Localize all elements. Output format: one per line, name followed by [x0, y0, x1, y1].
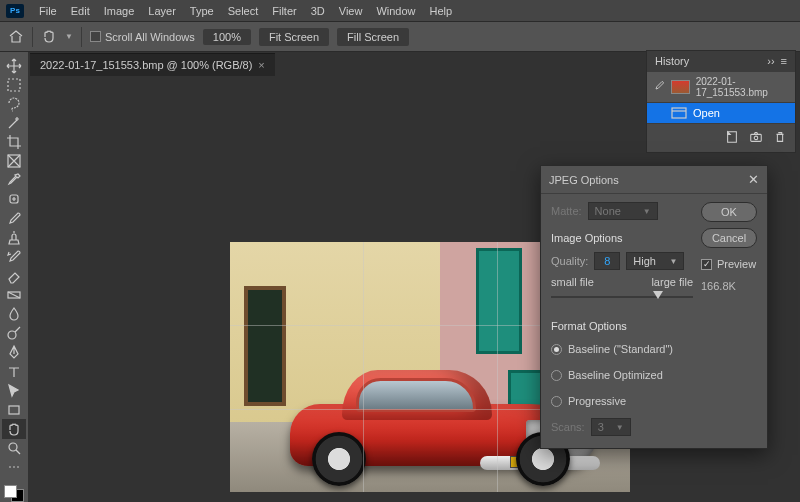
checkbox-icon [701, 259, 712, 270]
svg-rect-7 [672, 108, 686, 118]
history-header[interactable]: History ›› ≡ [647, 51, 795, 71]
baseline-optimized-radio[interactable]: Baseline Optimized [551, 369, 693, 381]
menu-bar: Ps File Edit Image Layer Type Select Fil… [0, 0, 800, 22]
radio-label: Baseline Optimized [568, 369, 663, 381]
quality-slider[interactable] [551, 290, 693, 304]
magic-wand-tool[interactable] [2, 113, 26, 132]
chevron-down-icon: ▼ [669, 257, 677, 266]
preview-checkbox[interactable]: Preview [701, 258, 757, 270]
format-options-heading: Format Options [551, 320, 693, 332]
fit-screen-button[interactable]: Fit Screen [259, 28, 329, 46]
menu-window[interactable]: Window [369, 2, 422, 20]
crop-tool[interactable] [2, 133, 26, 152]
slider-large-label: large file [651, 276, 693, 288]
quality-label: Quality: [551, 255, 588, 267]
radio-label: Progressive [568, 395, 626, 407]
history-state-row[interactable]: Open [647, 102, 795, 123]
history-file-name: 2022-01-17_151553.bmp [696, 76, 789, 98]
preview-label: Preview [717, 258, 756, 270]
scroll-all-label: Scroll All Windows [105, 31, 195, 43]
dodge-tool[interactable] [2, 324, 26, 343]
menu-layer[interactable]: Layer [141, 2, 183, 20]
svg-point-10 [754, 136, 758, 140]
menu-type[interactable]: Type [183, 2, 221, 20]
dialog-close-icon[interactable]: ✕ [748, 172, 759, 187]
history-brush-tool[interactable] [2, 247, 26, 266]
type-tool[interactable] [2, 362, 26, 381]
quality-preset-value: High [633, 255, 656, 267]
history-source-row[interactable]: 2022-01-17_151553.bmp [647, 71, 795, 102]
zoom-level[interactable]: 100% [203, 29, 251, 45]
brush-tool[interactable] [2, 209, 26, 228]
dialog-title: JPEG Options [549, 174, 619, 186]
baseline-standard-radio[interactable]: Baseline ("Standard") [551, 343, 693, 355]
menu-filter[interactable]: Filter [265, 2, 303, 20]
menu-view[interactable]: View [332, 2, 370, 20]
blur-tool[interactable] [2, 305, 26, 324]
scans-value: 3 [598, 421, 604, 433]
svg-point-4 [8, 331, 16, 339]
scroll-all-windows-checkbox[interactable]: Scroll All Windows [90, 31, 195, 43]
scans-label: Scans: [551, 421, 585, 433]
rectangle-tool[interactable] [2, 400, 26, 419]
scans-select: 3 ▼ [591, 418, 631, 436]
foreground-color-swatch[interactable] [4, 485, 17, 498]
radio-icon [551, 370, 562, 381]
delete-state-icon[interactable] [773, 130, 787, 146]
menu-help[interactable]: Help [423, 2, 460, 20]
history-brush-marker-icon[interactable] [653, 80, 665, 94]
document-tab[interactable]: 2022-01-17_151553.bmp @ 100% (RGB/8) × [30, 53, 275, 76]
dialog-titlebar[interactable]: JPEG Options ✕ [541, 166, 767, 194]
app-logo: Ps [6, 4, 24, 18]
ok-button[interactable]: OK [701, 202, 757, 222]
move-tool[interactable] [2, 56, 26, 75]
quality-preset-select[interactable]: High ▼ [626, 252, 684, 270]
tools-panel: ⋯ [0, 52, 28, 502]
clone-stamp-tool[interactable] [2, 228, 26, 247]
svg-rect-9 [751, 134, 762, 141]
lasso-tool[interactable] [2, 94, 26, 113]
close-tab-icon[interactable]: × [258, 59, 264, 71]
gradient-tool[interactable] [2, 286, 26, 305]
history-thumbnail [671, 80, 690, 94]
chevron-down-icon[interactable]: ▼ [65, 32, 73, 41]
edit-toolbar-icon[interactable]: ⋯ [2, 458, 26, 477]
radio-label: Baseline ("Standard") [568, 343, 673, 355]
frame-tool[interactable] [2, 152, 26, 171]
panel-menu-icon[interactable]: ≡ [781, 55, 787, 67]
eraser-tool[interactable] [2, 266, 26, 285]
fill-screen-button[interactable]: Fill Screen [337, 28, 409, 46]
home-icon[interactable] [8, 29, 24, 45]
image-options-heading: Image Options [551, 232, 693, 244]
marquee-tool[interactable] [2, 75, 26, 94]
zoom-tool[interactable] [2, 439, 26, 458]
progressive-radio[interactable]: Progressive [551, 395, 693, 407]
menu-edit[interactable]: Edit [64, 2, 97, 20]
healing-brush-tool[interactable] [2, 190, 26, 209]
hand-tool[interactable] [2, 419, 26, 438]
new-document-from-state-icon[interactable] [725, 130, 739, 146]
menu-file[interactable]: File [32, 2, 64, 20]
matte-select: None ▼ [588, 202, 658, 220]
menu-select[interactable]: Select [221, 2, 266, 20]
color-swatches[interactable] [4, 485, 24, 502]
radio-icon [551, 344, 562, 355]
hand-tool-icon[interactable] [41, 28, 57, 46]
collapse-panel-icon[interactable]: ›› [767, 55, 774, 67]
open-state-icon [671, 107, 687, 119]
cancel-button[interactable]: Cancel [701, 228, 757, 248]
new-snapshot-icon[interactable] [749, 130, 763, 146]
chevron-down-icon: ▼ [616, 423, 624, 432]
pen-tool[interactable] [2, 343, 26, 362]
options-bar: ▼ Scroll All Windows 100% Fit Screen Fil… [0, 22, 800, 52]
menu-image[interactable]: Image [97, 2, 142, 20]
matte-row: Matte: None ▼ [551, 202, 693, 220]
file-size-readout: 166.8K [701, 280, 757, 292]
eyedropper-tool[interactable] [2, 171, 26, 190]
quality-input[interactable]: 8 [594, 252, 620, 270]
slider-thumb-icon[interactable] [653, 291, 663, 299]
path-selection-tool[interactable] [2, 381, 26, 400]
checkbox-icon [90, 31, 101, 42]
menu-3d[interactable]: 3D [304, 2, 332, 20]
matte-label: Matte: [551, 205, 582, 217]
